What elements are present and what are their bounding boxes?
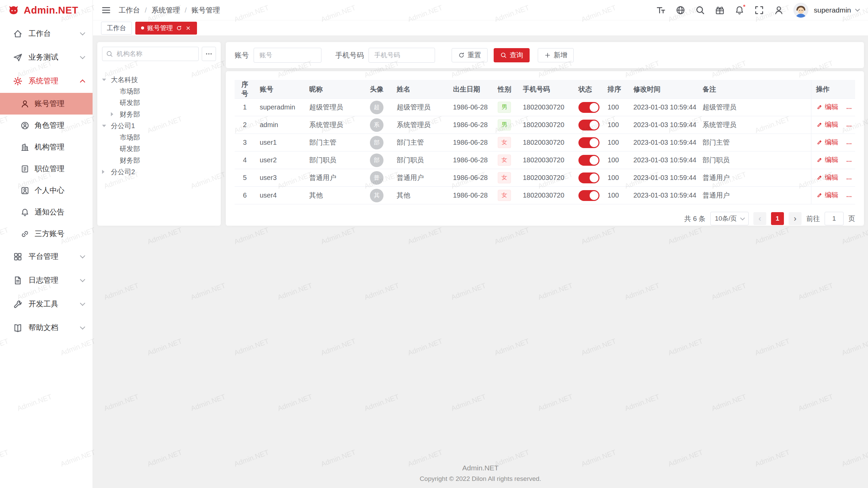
font-size-icon[interactable] (656, 5, 666, 15)
edit-button[interactable]: 编辑 (816, 190, 839, 200)
tab-account-manage[interactable]: 账号管理 (135, 22, 197, 35)
cell-avatar: 部 (361, 151, 392, 169)
cell-avatar: 普 (361, 169, 392, 187)
sex-tag: 女 (498, 155, 511, 166)
tree-node[interactable]: 分公司1 (102, 120, 216, 131)
sidebar-item-label: 业务测试 (28, 52, 58, 62)
goto-page-input[interactable] (825, 212, 844, 225)
cell-name: 系统管理员 (392, 116, 448, 134)
cell-phone: 18020030720 (518, 99, 574, 116)
sidebar-item-platform-manage[interactable]: 平台管理 (0, 245, 93, 268)
search-icon[interactable] (695, 5, 705, 15)
grid-icon (13, 252, 23, 262)
logo[interactable]: Admin.NET (0, 0, 93, 20)
more-actions-button[interactable] (845, 140, 853, 147)
reset-button[interactable]: 重置 (452, 48, 488, 62)
breadcrumb-item-workbench[interactable]: 工作台 (119, 5, 140, 15)
page-size-select[interactable]: 10条/页 (710, 212, 749, 225)
tree-node[interactable]: 分公司2 (102, 166, 216, 178)
refresh-icon[interactable] (176, 25, 182, 31)
edit-icon (816, 174, 823, 181)
edit-button[interactable]: 编辑 (816, 155, 839, 164)
tab-label: 工作台 (107, 24, 126, 33)
edit-button[interactable]: 编辑 (816, 102, 839, 111)
tree-node[interactable]: 研发部 (102, 97, 216, 108)
account-icon[interactable] (774, 5, 784, 15)
edit-button[interactable]: 编辑 (816, 120, 839, 129)
prev-page-button[interactable]: ‹ (753, 212, 766, 225)
more-actions-button[interactable] (845, 105, 853, 112)
page-number-button[interactable]: 1 (771, 212, 784, 225)
cell-account: user4 (255, 187, 304, 204)
edit-icon (816, 104, 823, 110)
caret-down-icon[interactable] (102, 79, 111, 81)
cell-operations: 编辑 (811, 187, 855, 204)
caret-right-icon[interactable] (102, 170, 111, 174)
sidebar-item-org-manage[interactable]: 机构管理 (0, 136, 93, 158)
user-avatar[interactable] (793, 3, 808, 18)
phone-input[interactable] (369, 48, 435, 63)
sidebar-item-dev-tools[interactable]: 开发工具 (0, 292, 93, 316)
username[interactable]: superadmin (814, 6, 851, 14)
breadcrumb-item-account: 账号管理 (192, 5, 220, 15)
sidebar-item-log-manage[interactable]: 日志管理 (0, 268, 93, 292)
more-actions-button[interactable] (845, 176, 853, 182)
more-actions-button[interactable] (845, 193, 853, 200)
notification-bell-icon[interactable] (734, 5, 745, 15)
breadcrumb-item-system[interactable]: 系统管理 (152, 5, 180, 15)
tree-node[interactable]: 财务部 (102, 155, 216, 166)
more-actions-button[interactable] (845, 123, 853, 129)
profile-icon (20, 186, 29, 195)
status-switch[interactable] (578, 190, 599, 201)
docs-icon (13, 323, 23, 333)
org-more-button[interactable] (202, 47, 216, 61)
sidebar-item-workbench[interactable]: 工作台 (0, 22, 93, 45)
sidebar-item-help-docs[interactable]: 帮助文档 (0, 316, 93, 340)
more-actions-button[interactable] (845, 158, 853, 165)
cell-sex: 男 (493, 116, 518, 134)
tree-node[interactable]: 财务部 (102, 108, 216, 120)
account-input[interactable] (254, 48, 321, 63)
sidebar-item-position-manage[interactable]: 职位管理 (0, 158, 93, 180)
menu-collapse-icon[interactable] (101, 5, 111, 15)
cell-operations: 编辑 (811, 151, 855, 169)
fullscreen-icon[interactable] (754, 5, 764, 15)
org-search-input[interactable] (102, 47, 199, 61)
tree-node[interactable]: 研发部 (102, 143, 216, 155)
status-switch[interactable] (578, 155, 599, 166)
chevron-down-icon (80, 324, 85, 329)
add-button[interactable]: 新增 (538, 48, 574, 62)
chevron-down-icon[interactable] (855, 7, 860, 12)
tab-workbench[interactable]: 工作台 (101, 22, 132, 35)
sidebar-item-notice[interactable]: 通知公告 (0, 201, 93, 223)
notification-badge (743, 4, 746, 7)
edit-button[interactable]: 编辑 (816, 138, 839, 147)
next-page-button[interactable]: › (789, 212, 802, 225)
caret-right-icon[interactable] (111, 112, 120, 116)
status-switch[interactable] (578, 137, 599, 148)
sidebar-item-third-account[interactable]: 三方账号 (0, 223, 93, 245)
tree-node-label: 研发部 (120, 144, 140, 154)
sidebar-item-biz-test[interactable]: 业务测试 (0, 45, 93, 69)
cell-index: 2 (235, 116, 255, 134)
tree-node[interactable]: 市场部 (102, 131, 216, 143)
column-header: 性别 (493, 80, 518, 99)
status-switch[interactable] (578, 172, 599, 183)
edit-label: 编辑 (825, 190, 839, 200)
edit-button[interactable]: 编辑 (816, 173, 839, 182)
status-switch[interactable] (578, 120, 599, 130)
edit-icon (816, 192, 823, 199)
status-switch[interactable] (578, 102, 599, 113)
sidebar-item-personal-center[interactable]: 个人中心 (0, 180, 93, 201)
close-icon[interactable] (185, 25, 191, 31)
account-label: 账号 (235, 50, 249, 60)
sidebar-item-account-manage[interactable]: 账号管理 (0, 93, 93, 115)
search-button[interactable]: 查询 (494, 48, 530, 62)
tree-node[interactable]: 大名科技 (102, 74, 216, 85)
sidebar-item-system-manage[interactable]: 系统管理 (0, 69, 93, 93)
tree-node[interactable]: 市场部 (102, 85, 216, 97)
sidebar-item-role-manage[interactable]: 角色管理 (0, 115, 93, 136)
language-icon[interactable] (675, 5, 686, 15)
theme-icon[interactable] (715, 5, 725, 15)
caret-down-icon[interactable] (102, 125, 111, 127)
